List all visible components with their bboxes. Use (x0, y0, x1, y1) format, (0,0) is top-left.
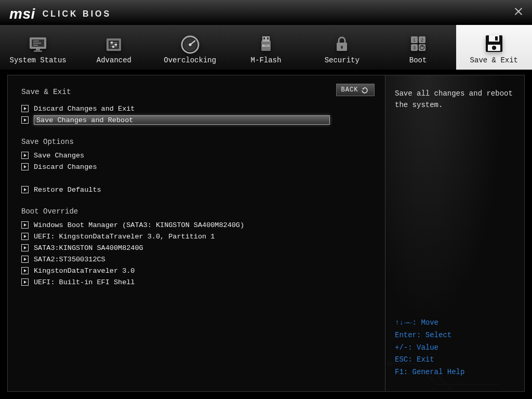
nav-mflash[interactable]: BIOS M-Flash (228, 25, 304, 70)
nav-advanced[interactable]: Advanced (76, 25, 152, 70)
item-label: SATA3:KINGSTON SA400M8240G (34, 244, 143, 252)
group-heading: Boot Override (21, 207, 374, 216)
key-hints: ↑↓→←: Move Enter: Select +/-: Value ESC:… (395, 317, 515, 379)
help-description: Save all changes and reboot the system. (395, 88, 515, 111)
item-label: SATA2:ST3500312CS (34, 256, 105, 263)
page-title: Save & Exit (21, 88, 374, 96)
nav-overclocking[interactable]: Overclocking (152, 25, 228, 70)
svg-text:1: 1 (413, 37, 416, 43)
group-exit: Discard Changes and Exit Save Changes an… (21, 103, 374, 125)
boot-override-option[interactable]: UEFI: Built-in EFI Shell (21, 277, 374, 287)
item-label: UEFI: KingstonDataTraveler 3.0, Partitio… (34, 233, 215, 241)
item-label: Restore Defaults (34, 186, 101, 194)
hint-move: ↑↓→←: Move (395, 317, 515, 329)
nav-label: Overclocking (164, 56, 216, 64)
item-label: Discard Changes (34, 163, 97, 171)
svg-rect-23 (263, 37, 265, 39)
close-button[interactable] (511, 4, 526, 19)
group-heading: Save Options (21, 138, 374, 146)
hint-help: F1: General Help (395, 366, 515, 379)
item-label: KingstonDataTraveler 3.0 (34, 267, 135, 275)
nav-label: Boot (409, 56, 427, 64)
action-icon (21, 116, 29, 124)
nav-security[interactable]: Security (304, 25, 380, 70)
top-nav: System Status Advanced Overclocking BIOS… (0, 25, 532, 70)
product-name: CLICK BIOS (43, 9, 111, 19)
svg-point-20 (189, 44, 191, 46)
header-bar: msi CLICK BIOS (0, 0, 532, 25)
nav-save-exit[interactable]: Save & Exit (456, 25, 532, 70)
monitor-icon (26, 30, 50, 54)
boot-override-option[interactable]: SATA3:KINGSTON SA400M8240G (21, 243, 374, 253)
action-icon (21, 186, 29, 193)
action-icon (21, 105, 29, 112)
svg-text:3: 3 (413, 45, 416, 50)
item-label: Save Changes (34, 152, 84, 159)
action-icon (21, 278, 29, 286)
svg-rect-24 (267, 37, 269, 39)
group-boot-override: Boot Override Windows Boot Manager (SATA… (21, 207, 374, 287)
group-save-options: Save Options Save Changes Discard Change… (21, 138, 374, 172)
action-icon (21, 152, 29, 159)
nav-label: Save & Exit (470, 56, 518, 64)
item-save-changes[interactable]: Save Changes (21, 150, 374, 161)
brand-logo: msi (9, 6, 35, 22)
back-button-label: BACK (341, 86, 358, 94)
action-icon (21, 256, 29, 263)
svg-point-41 (492, 46, 496, 50)
item-label: Windows Boot Manager (SATA3: KINGSTON SA… (34, 221, 244, 229)
item-save-and-reboot[interactable]: Save Changes and Reboot (21, 115, 374, 125)
item-restore-defaults[interactable]: Restore Defaults (21, 184, 374, 195)
lock-icon (330, 30, 354, 54)
item-discard-and-exit[interactable]: Discard Changes and Exit (21, 103, 374, 114)
gauge-icon (178, 30, 202, 54)
nav-boot[interactable]: 1 2 3 Boot (380, 25, 456, 70)
svg-rect-14 (115, 44, 117, 46)
group-restore: Restore Defaults (21, 184, 374, 195)
boot-override-option[interactable]: UEFI: KingstonDataTraveler 3.0, Partitio… (21, 231, 374, 242)
back-button[interactable]: BACK (336, 84, 375, 96)
boot-override-option[interactable]: SATA2:ST3500312CS (21, 254, 374, 264)
nav-label: Security (325, 56, 360, 64)
svg-text:2: 2 (421, 37, 423, 43)
svg-rect-16 (112, 46, 114, 48)
item-label: Discard Changes and Exit (34, 105, 135, 113)
action-icon (21, 244, 29, 251)
boot-order-icon: 1 2 3 (406, 30, 430, 54)
action-icon (21, 267, 29, 274)
settings-panel: BACK Save & Exit Discard Changes and Exi… (7, 75, 385, 392)
boot-override-option[interactable]: Windows Boot Manager (SATA3: KINGSTON SA… (21, 220, 374, 230)
hint-select: Enter: Select (395, 329, 515, 342)
svg-rect-12 (111, 42, 113, 44)
item-discard-changes[interactable]: Discard Changes (21, 162, 374, 172)
help-panel: Save all changes and reboot the system. … (385, 75, 525, 392)
floppy-icon (482, 30, 506, 54)
nav-system-status[interactable]: System Status (0, 25, 76, 70)
boot-override-option[interactable]: KingstonDataTraveler 3.0 (21, 265, 374, 276)
action-icon (21, 163, 29, 170)
item-label: UEFI: Built-in EFI Shell (34, 278, 135, 286)
svg-rect-8 (34, 50, 42, 52)
svg-rect-39 (495, 36, 498, 41)
nav-label: Advanced (97, 56, 131, 64)
usb-icon: BIOS (254, 30, 278, 54)
svg-text:BIOS: BIOS (262, 44, 270, 47)
item-label: Save Changes and Reboot (34, 115, 330, 125)
svg-rect-27 (341, 46, 343, 49)
hint-value: +/-: Value (395, 342, 515, 354)
action-icon (21, 233, 29, 240)
action-icon (21, 221, 29, 229)
sliders-icon (102, 30, 126, 54)
svg-rect-7 (36, 49, 40, 50)
nav-label: M-Flash (251, 56, 282, 64)
undo-icon (361, 86, 369, 94)
hint-exit: ESC: Exit (395, 354, 515, 366)
nav-label: System Status (10, 56, 66, 64)
